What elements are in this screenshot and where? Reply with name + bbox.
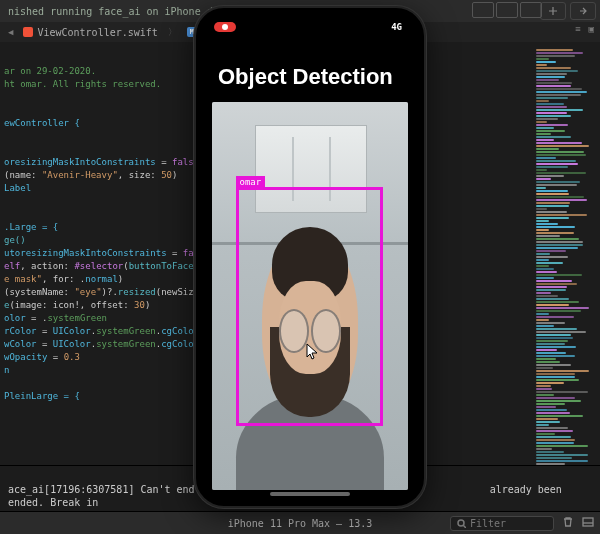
minimap-line	[536, 328, 577, 330]
minimap-line	[536, 238, 579, 240]
minimap-line	[536, 334, 571, 336]
record-dot-icon	[222, 24, 228, 30]
minimap-line	[536, 181, 580, 183]
minimap-line	[536, 121, 547, 123]
minimap-line	[536, 253, 550, 255]
minimap-line	[536, 385, 551, 387]
minimap-line	[536, 442, 574, 444]
bottom-status-bar: iPhone 11 Pro Max — 13.3 Filter	[0, 511, 600, 534]
simulator-screen[interactable]: 4G Object Detection	[202, 14, 418, 500]
minimap-line	[536, 100, 549, 102]
minimap-line	[536, 262, 563, 264]
svg-point-0	[458, 520, 464, 526]
minimap-line	[536, 436, 571, 438]
minimap-line	[536, 379, 579, 381]
minimap-line	[536, 433, 555, 435]
minimap-line	[536, 274, 582, 276]
minimap-line	[536, 97, 568, 99]
minimap-line	[536, 106, 567, 108]
minimap-line	[536, 91, 587, 93]
minimap-line	[536, 301, 579, 303]
layout-left-panel-toggle[interactable]	[472, 2, 494, 18]
minimap-line	[536, 127, 554, 129]
mouse-cursor-icon	[306, 343, 320, 363]
minimap-line	[536, 226, 575, 228]
minimap-line	[536, 313, 549, 315]
code-line: Label	[4, 183, 31, 193]
minimap-line	[536, 319, 549, 321]
minimap-line	[536, 295, 558, 297]
minimap-line	[536, 370, 589, 372]
minimap-line	[536, 142, 582, 144]
editor-lines-icon[interactable]: ≡	[575, 24, 580, 34]
toggle-drawer-button[interactable]	[582, 516, 594, 530]
toolbar-forward-button[interactable]	[570, 2, 596, 20]
minimap-line	[536, 325, 554, 327]
minimap-line	[536, 265, 549, 267]
editor-layout-icon[interactable]: ▣	[589, 24, 594, 34]
code-line: ge()	[4, 235, 26, 245]
editor-right-icons: ≡ ▣	[575, 24, 594, 34]
toolbar-add-button[interactable]	[540, 2, 566, 20]
minimap-line	[536, 286, 567, 288]
minimap-line	[536, 73, 567, 75]
source-minimap[interactable]	[536, 48, 594, 468]
minimap-line	[536, 307, 589, 309]
source-editor[interactable]: ar on 29-02-2020. ht omar. All rights re…	[4, 52, 204, 416]
code-line: olor = .systemGreen	[4, 313, 107, 323]
minimap-line	[536, 109, 583, 111]
clear-console-button[interactable]	[562, 516, 574, 530]
code-line: ar on 29-02-2020.	[4, 66, 96, 76]
layout-bottom-panel-toggle[interactable]	[496, 2, 518, 18]
minimap-line	[536, 136, 571, 138]
device-notch	[260, 14, 360, 34]
minimap-line	[536, 178, 551, 180]
minimap-line	[536, 67, 571, 69]
tab-viewcontroller[interactable]: ViewController.swift	[23, 27, 157, 38]
minimap-line	[536, 52, 583, 54]
minimap-line	[536, 190, 568, 192]
minimap-line	[536, 232, 574, 234]
simulator-device-label: iPhone 11 Pro Max — 13.3	[228, 518, 373, 529]
minimap-line	[536, 58, 549, 60]
code-line: ewController {	[4, 118, 80, 128]
minimap-line	[536, 406, 556, 408]
minimap-line	[536, 154, 586, 156]
minimap-line	[536, 364, 571, 366]
minimap-line	[536, 229, 549, 231]
minimap-line	[536, 391, 588, 393]
minimap-line	[536, 439, 575, 441]
code-line: oresizingMaskIntoConstraints = false	[4, 157, 199, 167]
code-line: wColor = UIColor.systemGreen.cgColor	[4, 339, 199, 349]
minimap-line	[536, 397, 575, 399]
minimap-line	[536, 409, 567, 411]
history-back-icon[interactable]: ◀	[8, 27, 13, 37]
code-line: utoresizingMaskIntoConstraints = false	[4, 248, 210, 258]
minimap-line	[536, 139, 554, 141]
minimap-line	[536, 64, 547, 66]
minimap-line	[536, 292, 551, 294]
minimap-line	[536, 298, 569, 300]
minimap-line	[536, 427, 568, 429]
code-line: wOpacity = 0.3	[4, 352, 80, 362]
svg-rect-1	[583, 518, 593, 526]
minimap-line	[536, 82, 572, 84]
minimap-line	[536, 220, 549, 222]
minimap-line	[536, 403, 565, 405]
network-label: 4G	[391, 22, 402, 32]
home-indicator[interactable]	[270, 492, 350, 496]
minimap-line	[536, 250, 566, 252]
minimap-line	[536, 343, 565, 345]
minimap-line	[536, 49, 573, 51]
minimap-line	[536, 247, 578, 249]
minimap-line	[536, 424, 549, 426]
recording-pill[interactable]	[214, 22, 236, 32]
minimap-line	[536, 103, 564, 105]
minimap-line	[536, 304, 569, 306]
layout-right-panel-toggle[interactable]	[520, 2, 542, 18]
minimap-line	[536, 280, 572, 282]
layout-toggle-group	[472, 2, 542, 18]
console-filter-input[interactable]: Filter	[450, 516, 554, 531]
minimap-line	[536, 349, 557, 351]
minimap-line	[536, 352, 566, 354]
